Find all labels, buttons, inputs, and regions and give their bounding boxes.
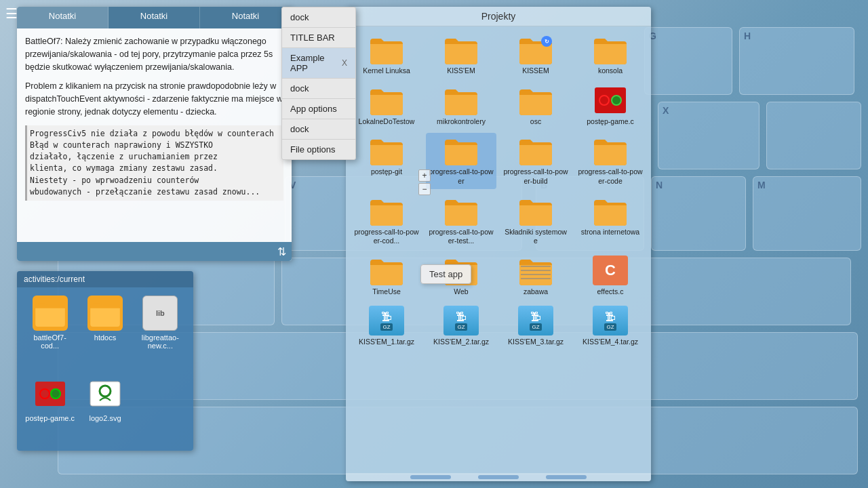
archive-zip-icon-4: 🗜 xyxy=(605,311,616,323)
file-icon-kissem1: 🗜 GZ xyxy=(369,306,404,336)
options-item-dock-3[interactable]: dock xyxy=(282,119,355,140)
activity-item-battleof7[interactable]: battleOf7-cod... xyxy=(25,296,75,371)
scrollbar-indicator-1[interactable] xyxy=(410,475,451,479)
scrollbar-indicator-3[interactable] xyxy=(546,475,587,479)
options-item-exampleapp[interactable]: Example APP X xyxy=(282,48,355,79)
notes-para-1: BattleOf7: Należy zmienić zachowanie w p… xyxy=(25,35,283,73)
tab-notatki-1[interactable]: Notatki xyxy=(17,7,108,28)
file-item-kissem4[interactable]: 🗜 GZ KISS'EM_4.tar.gz xyxy=(575,303,646,350)
file-item-timeuse[interactable]: TimeUse xyxy=(351,253,422,300)
projekty-grid: Kernel Linuksa KISS'EM ↻ xyxy=(351,32,646,350)
activity-label-htdocs: htdocs xyxy=(94,333,116,342)
activities-header: activities:/current xyxy=(17,271,193,287)
logo2svg-icon xyxy=(89,380,121,407)
notes-para-2: Problem z klikaniem na przycisk na stron… xyxy=(25,80,283,118)
options-item-fileoptions[interactable]: File options xyxy=(282,140,355,159)
file-item-progress-test[interactable]: progress-call-to-power-test... xyxy=(426,193,496,249)
file-label-timeuse: TimeUse xyxy=(372,287,401,297)
options-item-titlebar[interactable]: TITLE BAR xyxy=(282,28,355,48)
file-item-mikrokontrolery[interactable]: mikrokontrolery xyxy=(426,83,496,129)
file-item-konsola[interactable]: konsola xyxy=(575,32,646,79)
file-item-skladniki[interactable]: Składniki systemowe xyxy=(500,193,571,249)
options-dropdown-menu: dock TITLE BAR Example APP X dock App op… xyxy=(281,7,356,160)
options-item-appoptions[interactable]: App options xyxy=(282,99,355,119)
activity-label-postep: postęp-game.c xyxy=(25,414,75,422)
options-close-x[interactable]: X xyxy=(342,58,347,68)
zoom-plus-button[interactable]: + xyxy=(418,169,431,182)
file-label-mikrokontrolery: mikrokontrolery xyxy=(437,117,486,127)
notes-panel: Notatki Notatki Notatki BattleOf7: Należ… xyxy=(17,7,292,261)
activity-icon-battleof7 xyxy=(33,296,68,331)
folder-icon-strona xyxy=(593,196,628,226)
zabawa-stripes-svg xyxy=(521,264,551,283)
file-label-progress-cod: progress-call-to-power-cod... xyxy=(354,228,419,246)
notes-footer-icon[interactable]: ⇅ xyxy=(277,245,286,258)
file-item-postep-special[interactable]: postęp-game.c xyxy=(575,83,646,129)
folder-icon-progress-code xyxy=(593,136,628,165)
kissem-badge: ↻ xyxy=(541,36,552,47)
svg-point-6 xyxy=(599,96,609,105)
options-item-dock-2[interactable]: dock xyxy=(282,79,355,99)
hamburger-menu[interactable]: ☰ xyxy=(5,5,18,22)
file-item-kissem[interactable]: KISS'EM xyxy=(426,32,496,79)
notes-footer: ⇅ xyxy=(17,242,292,261)
folder-icon-skladniki xyxy=(518,196,553,226)
activity-item-libgreattao[interactable]: lib libgreattao-new.c... xyxy=(136,296,185,371)
file-label-strona: strona internetowa xyxy=(581,228,639,237)
file-label-effects: effects.c xyxy=(597,287,624,297)
file-item-progress-call[interactable]: progress-call-to-power xyxy=(426,133,496,188)
projekty-header: Projekty xyxy=(346,7,651,26)
activity-item-htdocs[interactable]: htdocs xyxy=(80,296,130,371)
folder-svg-battleof7 xyxy=(34,300,66,327)
key-m: M xyxy=(753,176,861,251)
file-item-kissem2[interactable]: 🗜 GZ KISS'EM_2.tar.gz xyxy=(426,303,496,350)
file-label-web: Web xyxy=(454,287,468,297)
gz-label-3: GZ xyxy=(530,323,541,331)
folder-icon-kissem xyxy=(443,35,479,64)
options-item-dock-1[interactable]: dock xyxy=(282,7,355,28)
file-item-progress-build[interactable]: progress-call-to-power-build xyxy=(500,133,571,188)
file-item-progress-code[interactable]: progress-call-to-power-code xyxy=(575,133,646,188)
zoom-minus-button[interactable]: − xyxy=(418,183,431,195)
file-item-zabawa[interactable]: zabawa xyxy=(500,253,571,300)
projekty-content[interactable]: Kernel Linuksa KISS'EM ↻ xyxy=(346,26,651,473)
file-label-kissem-special: KISSEM xyxy=(522,66,549,76)
file-item-postep-git[interactable]: postęp-git xyxy=(351,133,422,188)
file-label-progress-test: progress-call-to-power-test... xyxy=(429,228,494,246)
file-item-strona[interactable]: strona internetowa xyxy=(575,193,646,249)
file-icon-postep-special xyxy=(593,85,628,115)
scrollbar-indicator-2[interactable] xyxy=(478,475,519,479)
activity-label-logo2svg: logo2.svg xyxy=(89,414,121,422)
file-label-kissem3: KISS'EM_3.tar.gz xyxy=(508,338,564,347)
test-app-tooltip: Test app xyxy=(420,264,471,284)
tab-notatki-3[interactable]: Notatki xyxy=(200,7,292,28)
activity-item-postep[interactable]: postęp-game.c xyxy=(25,376,75,443)
file-icon-effects: C xyxy=(593,256,628,285)
tab-notatki-2[interactable]: Notatki xyxy=(108,7,200,28)
activity-item-logo2svg[interactable]: logo2.svg xyxy=(80,376,130,443)
folder-icon-progress-cod xyxy=(369,196,404,226)
file-item-kissem3[interactable]: 🗜 GZ KISS'EM_3.tar.gz xyxy=(500,303,571,350)
file-item-osc[interactable]: osc xyxy=(500,83,571,129)
key-empty xyxy=(766,102,861,169)
activity-label-libgreattao: libgreattao-new.c... xyxy=(136,333,185,350)
file-item-effects[interactable]: C effects.c xyxy=(575,253,646,300)
file-item-progress-cod[interactable]: progress-call-to-power-cod... xyxy=(351,193,422,249)
activities-grid: battleOf7-cod... htdocs lib libgreattao-… xyxy=(17,287,193,451)
file-label-kissem: KISS'EM xyxy=(447,66,475,76)
options-exampleapp-label: Example APP xyxy=(290,53,342,73)
file-item-kissem1[interactable]: 🗜 GZ KISS'EM_1.tar.gz xyxy=(351,303,422,350)
key-n: N xyxy=(651,176,746,251)
file-item-lokalne[interactable]: LokalneDoTestow xyxy=(351,83,422,129)
gz-label-1: GZ xyxy=(380,323,392,331)
file-item-kissem-special[interactable]: ↻ KISSEM xyxy=(500,32,571,79)
gz-label-4: GZ xyxy=(604,323,616,331)
file-label-zabawa: zabawa xyxy=(524,287,548,297)
key-h: H xyxy=(739,27,854,95)
folder-icon-konsola xyxy=(593,35,628,64)
folder-icon-kernel xyxy=(369,35,404,64)
folder-icon-osc xyxy=(518,85,553,115)
file-label-progress-call: progress-call-to-power xyxy=(429,167,494,186)
file-item-kernel-linuksa[interactable]: Kernel Linuksa xyxy=(351,32,422,79)
file-label-kissem1: KISS'EM_1.tar.gz xyxy=(359,338,414,347)
